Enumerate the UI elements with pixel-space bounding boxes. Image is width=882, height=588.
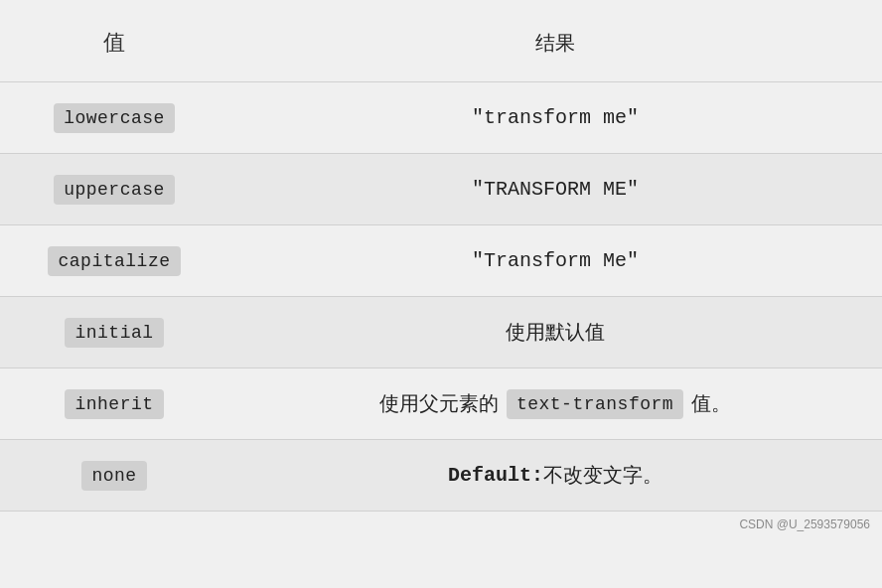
result-cell: 使用父元素的text-transform值。 [228,379,882,429]
result-cell: "TRANSFORM ME" [228,168,882,211]
reference-table: 值 结果 lowercase"transform me"uppercase"TR… [0,0,882,537]
table-row: capitalize"Transform Me" [0,225,882,297]
table-row: uppercase"TRANSFORM ME" [0,154,882,225]
result-cell: "Transform Me" [228,239,882,282]
value-cell: none [0,451,228,501]
value-badge: initial [65,318,163,348]
value-cell: capitalize [0,236,228,286]
value-badge: capitalize [48,246,180,276]
value-cell: uppercase [0,165,228,215]
table-row: lowercase"transform me" [0,82,882,154]
table-row: noneDefault:不改变文字。 [0,440,882,512]
inherit-prefix: 使用父元素的 [379,390,499,417]
result-cell: Default:不改变文字。 [228,452,882,499]
value-cell: initial [0,308,228,358]
result-cell: "transform me" [228,96,882,139]
value-badge: none [81,461,146,491]
none-cn: 不改变文字。 [543,462,662,489]
inherit-badge: text-transform [507,389,683,419]
value-badge: inherit [65,389,163,419]
inherit-result: 使用父元素的text-transform值。 [379,389,731,419]
watermark: CSDN @U_2593579056 [0,512,882,537]
result-cell: 使用默认值 [228,309,882,356]
value-badge: uppercase [54,175,175,205]
inherit-suffix: 值。 [691,390,731,417]
result-text: "TRANSFORM ME" [472,178,639,201]
header-result: 结果 [228,18,882,68]
table-header: 值 结果 [0,0,882,82]
value-badge: lowercase [54,103,175,133]
result-text: "Transform Me" [472,249,639,272]
result-text-cn: 使用默认值 [506,319,605,346]
value-cell: lowercase [0,93,228,143]
none-result: Default:不改变文字。 [448,462,662,489]
result-text: "transform me" [472,106,639,129]
value-cell: inherit [0,379,228,429]
none-bold: Default: [448,464,543,487]
header-value: 值 [0,18,228,68]
table-row: inherit使用父元素的text-transform值。 [0,368,882,440]
table-row: initial使用默认值 [0,297,882,368]
